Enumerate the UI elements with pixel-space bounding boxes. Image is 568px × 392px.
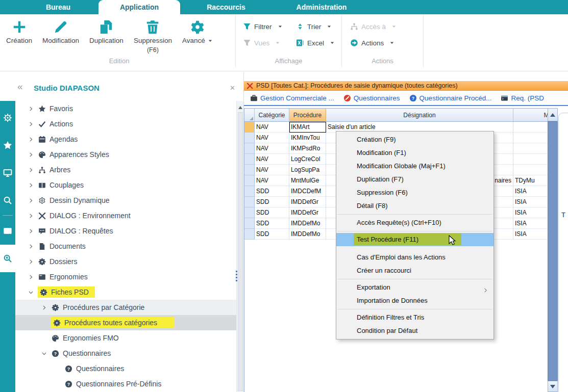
menu-item-suppression-f6[interactable]: Suppression (F6): [336, 186, 493, 199]
row-marker[interactable]: [244, 197, 255, 207]
toolbar-button-vues[interactable]: Vues: [243, 39, 296, 47]
sidebar-item-fiches-psd[interactable]: Fiches PSD: [15, 284, 236, 300]
toolbar-button-excel[interactable]: Excel: [296, 39, 349, 47]
cell-procedure[interactable]: IKMArt: [289, 122, 326, 133]
menu-item-exportation[interactable]: Exportation: [336, 281, 493, 294]
row-marker[interactable]: [244, 165, 255, 175]
cell-mot[interactable]: ISIA: [513, 218, 548, 229]
row-marker[interactable]: [244, 229, 255, 240]
ribbon-tab-administration[interactable]: Administration: [277, 0, 366, 14]
menu-item-modification-f1[interactable]: Modification (F1): [336, 146, 493, 160]
rail-item-search-pin[interactable]: [0, 245, 15, 272]
cell-procedure[interactable]: MntMulGe: [289, 175, 326, 186]
chevron-down-icon[interactable]: [40, 349, 48, 357]
row-marker[interactable]: [244, 154, 255, 165]
splitter-handle[interactable]: [236, 271, 237, 281]
ribbon-tab-raccourcis[interactable]: Raccourcis: [194, 0, 258, 14]
cell-mot[interactable]: TDyMu: [513, 175, 548, 186]
chevron-right-icon[interactable]: [27, 150, 35, 159]
row-marker[interactable]: [244, 175, 255, 186]
cell-procedure[interactable]: IMDDefMo: [289, 229, 326, 240]
cell-categorie[interactable]: SDD: [255, 218, 289, 229]
cell-mot[interactable]: [513, 133, 548, 143]
cell-categorie[interactable]: NAV: [255, 143, 289, 154]
collapsed-side-panel[interactable]: T: [558, 113, 568, 392]
rail-item-star[interactable]: [0, 132, 15, 159]
cell-procedure[interactable]: IKMPsdRo: [289, 143, 326, 154]
scrollbar-down-button[interactable]: [548, 381, 558, 392]
window-tab-questionnaires[interactable]: Questionnaires: [343, 94, 400, 102]
chevron-right-icon[interactable]: [27, 120, 35, 128]
cell-categorie[interactable]: NAV: [255, 133, 289, 143]
menu-item-duplication-f7[interactable]: Duplication (F7): [336, 173, 493, 186]
row-marker[interactable]: [244, 122, 255, 133]
rail-item-search[interactable]: [0, 187, 15, 214]
toolbar-button-avance[interactable]: Avancé: [182, 19, 213, 54]
window-tab-gestion-commerciale[interactable]: Gestion Commerciale ...: [250, 94, 334, 102]
cell-mot[interactable]: ISIA: [513, 186, 548, 197]
sidebar-item-agendas[interactable]: Agendas: [15, 132, 236, 147]
cell-procedure[interactable]: IMDDefMo: [289, 218, 326, 229]
cell-categorie[interactable]: NAV: [255, 165, 289, 175]
sidebar-item-actions[interactable]: Actions: [15, 116, 236, 132]
cell-mot[interactable]: ISIA: [513, 207, 548, 218]
rail-item-monitor[interactable]: [0, 159, 15, 187]
sidebar-item-apparences-styles[interactable]: Apparences Styles: [15, 147, 236, 162]
sidebar-close-icon[interactable]: ✕: [230, 84, 235, 92]
cell-mot[interactable]: [513, 154, 548, 165]
cell-categorie[interactable]: SDD: [255, 186, 289, 197]
row-marker[interactable]: [244, 133, 255, 143]
chevron-right-icon[interactable]: [27, 212, 35, 220]
grid-vertical-scrollbar[interactable]: [548, 108, 558, 392]
sidebar-item-questionnaires[interactable]: ?Questionnaires: [15, 361, 236, 376]
row-marker[interactable]: [244, 186, 255, 197]
chevron-down-icon[interactable]: [27, 288, 35, 296]
cell-procedure[interactable]: IKMInvTou: [289, 133, 326, 143]
sidebar-item-procedures-toutes-categories[interactable]: Procédures toutes catégories: [15, 315, 236, 330]
sidebar-item-dessin-dynamique[interactable]: Dessin Dynamique: [15, 193, 236, 208]
chevron-right-icon[interactable]: [27, 181, 35, 189]
rail-item-columns[interactable]: [0, 217, 15, 245]
sidebar-item-favoris[interactable]: Favoris: [15, 101, 236, 116]
cell-categorie[interactable]: NAV: [255, 154, 289, 165]
sidebar-item-dossiers[interactable]: Dossiers: [15, 254, 236, 269]
toolbar-button-suppression[interactable]: Suppression(F6): [134, 19, 172, 54]
sidebar-item-documents[interactable]: Documents: [15, 239, 236, 254]
toolbar-button-actions[interactable]: Actions: [350, 39, 422, 47]
sidebar-item-ergonomies-fmo[interactable]: Ergonomies FMO: [15, 330, 236, 346]
menu-item-definition-filtres-et-tris[interactable]: Définition Filtres et Tris: [336, 311, 493, 324]
chevron-right-icon[interactable]: [27, 273, 35, 281]
cell-categorie[interactable]: SDD: [255, 229, 289, 240]
scrollbar-up-button[interactable]: [548, 108, 558, 121]
scroll-up-icon[interactable]: [238, 106, 242, 109]
cell-mot[interactable]: ISIA: [513, 197, 548, 207]
row-marker[interactable]: [244, 143, 255, 154]
chevron-right-icon[interactable]: [27, 104, 35, 113]
menu-item-modification-globale-maj-f1[interactable]: Modification Globale (Maj+F1): [336, 160, 493, 173]
chevron-right-icon[interactable]: [27, 242, 35, 250]
menu-item-condition-par-defaut[interactable]: Condition par Défaut: [336, 324, 493, 337]
cell-procedure[interactable]: LogSupPa: [289, 165, 326, 175]
chevron-right-icon[interactable]: [27, 227, 35, 235]
sidebar-scrollbar[interactable]: [236, 101, 243, 392]
cell-procedure[interactable]: IMDDefGr: [289, 207, 326, 218]
toolbar-button-duplication[interactable]: Duplication: [89, 19, 124, 54]
cell-mot[interactable]: [513, 122, 548, 133]
toolbar-button-creation[interactable]: Création: [6, 19, 32, 54]
menu-item-creer-un-raccourci[interactable]: Créer un raccourci: [336, 264, 493, 277]
window-tab-req-psd[interactable]: Req. (PSD: [501, 94, 544, 102]
chevron-right-icon[interactable]: [27, 166, 35, 174]
sidebar-scrollbar-thumb[interactable]: [238, 112, 243, 391]
cell-categorie[interactable]: NAV: [255, 175, 289, 186]
chevron-right-icon[interactable]: [40, 303, 48, 311]
row-marker[interactable]: [244, 207, 255, 218]
window-tab-questionnaire-proced[interactable]: ?Questionnaire Procéd...: [409, 94, 492, 102]
toolbar-button-acces-a[interactable]: Accès à: [350, 22, 422, 31]
rail-item-helm[interactable]: [0, 104, 15, 132]
sidebar-item-dialog-environnement[interactable]: DIALOG : Environnement: [15, 208, 236, 223]
column-header-procedure[interactable]: Procédure: [289, 109, 326, 122]
column-header-mot[interactable]: Mot: [513, 109, 548, 122]
cell-mot[interactable]: [513, 143, 548, 154]
menu-item-test-procedure-f11[interactable]: Test Procédure (F11): [336, 233, 493, 246]
sidebar-collapse-icon[interactable]: «: [17, 81, 23, 92]
